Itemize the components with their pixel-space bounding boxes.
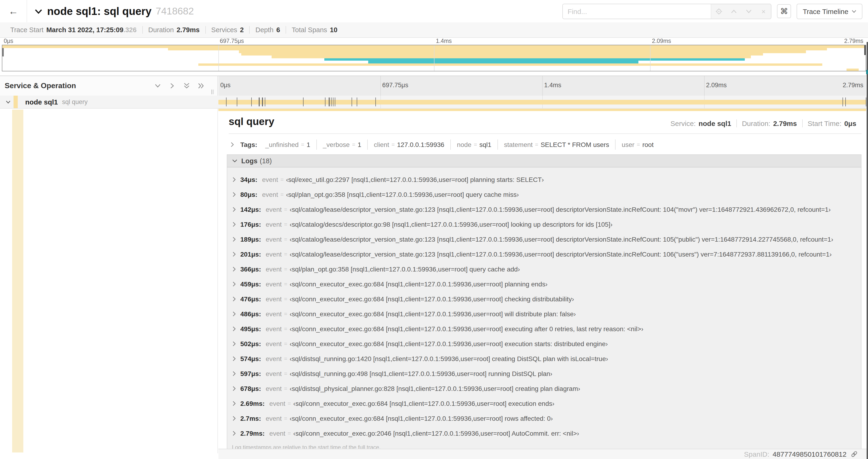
minimap-canvas[interactable] [2, 45, 866, 71]
column-resizer-grip[interactable] [211, 90, 214, 94]
log-equals: = [284, 325, 287, 332]
trace-start-fraction: .326 [123, 26, 136, 34]
log-entry[interactable]: 597μs: event = ‹sql/distsql_running.go:4… [227, 366, 861, 381]
log-entry[interactable]: 502μs: event = ‹sql/conn_executor_exec.g… [227, 336, 861, 351]
log-entry[interactable]: 574μs: event = ‹sql/distsql_running.go:1… [227, 351, 861, 366]
log-field-key: event [266, 385, 282, 392]
log-entry[interactable]: 142μs: event = ‹sql/catalog/lease/descri… [227, 202, 861, 217]
log-equals: = [284, 266, 287, 272]
grid-line [218, 45, 219, 71]
log-entry[interactable]: 486μs: event = ‹sql/conn_executor_exec.g… [227, 306, 861, 321]
log-marker [333, 97, 333, 106]
span-detail-header: sql query Service: node sql1 Duration: 2… [229, 111, 862, 132]
trace-view-selector-button[interactable]: Trace Timeline [797, 3, 862, 19]
next-match-icon[interactable] [745, 7, 752, 15]
span-collapse-chevron-icon[interactable] [6, 100, 11, 104]
log-entry[interactable]: 2.79ms: event = ‹sql/conn_executor_exec.… [227, 426, 861, 440]
log-field-value: ‹sql/conn_executor_exec.go:684 [nsql1,cl… [289, 310, 576, 318]
log-entry[interactable]: 34μs: event = ‹sql/exec_util.go:2297 [ns… [227, 172, 861, 187]
log-field-value: ‹sql/catalog/lease/descriptor_version_st… [289, 250, 832, 258]
tags-row[interactable]: Tags: _unfinished = 1 _verbose = 1 [229, 139, 862, 150]
log-timestamp: 201μs: [240, 250, 261, 258]
collapse-one-icon[interactable] [154, 82, 161, 90]
top-bar: ← node sql1: sql query 7418682 × ⌘ [0, 0, 868, 23]
collapse-all-icon[interactable] [183, 82, 190, 90]
tag-key: _verbose [323, 139, 350, 150]
log-entry[interactable]: 176μs: event = ‹sql/catalog/descs/descri… [227, 217, 861, 232]
panel-divider [217, 109, 218, 453]
time-tick-label: 697.75μs [382, 81, 408, 89]
log-entry[interactable]: 678μs: event = ‹sql/distsql_physical_pla… [227, 381, 861, 396]
log-expand-chevron-icon [232, 191, 237, 198]
minimap-left-scrub-handle[interactable] [2, 48, 4, 57]
span-row-name-cell[interactable]: node sql1 sql query [0, 96, 217, 108]
prev-match-icon[interactable] [730, 7, 737, 15]
log-field-key: event [266, 280, 282, 288]
time-tick-label: 2.79ms [843, 81, 863, 89]
back-button[interactable]: ← [0, 0, 27, 22]
log-entry[interactable]: 2.69ms: event = ‹sql/conn_executor_exec.… [227, 396, 861, 411]
log-expand-chevron-icon [232, 355, 237, 362]
tag-equals: = [352, 139, 355, 150]
log-entry[interactable]: 495μs: event = ‹sql/conn_executor_exec.g… [227, 321, 861, 336]
keyboard-shortcuts-button[interactable]: ⌘ [777, 4, 791, 18]
deep-link-icon[interactable] [851, 451, 858, 458]
tag-item: statement = SELECT * FROM users [497, 139, 615, 150]
log-marker [237, 97, 237, 106]
log-field-value: ‹sql/catalog/lease/descriptor_version_st… [289, 235, 833, 243]
log-timestamp: 574μs: [240, 355, 261, 362]
log-expand-chevron-icon [232, 370, 237, 377]
span-detail-title: sql query [229, 116, 274, 128]
span-meta-label: Duration: [742, 119, 771, 127]
log-field-key: event [262, 191, 278, 198]
log-field-value: ‹sql/conn_executor_exec.go:684 [nsql1,cl… [293, 399, 554, 407]
find-input[interactable] [563, 4, 711, 19]
services-label: Services [211, 26, 237, 34]
minimap-right-scrub-handle[interactable] [864, 45, 866, 55]
log-equals: = [284, 415, 287, 421]
column-splitter[interactable] [217, 76, 218, 96]
trace-collapse-chevron-icon[interactable] [34, 8, 42, 14]
logs-block: Logs (18) Log timestamps are relative to… [227, 154, 862, 453]
log-timestamp: 2.79ms: [240, 429, 265, 437]
log-field-key: event [266, 250, 282, 258]
log-equals: = [284, 310, 287, 317]
logs-header[interactable]: Logs (18) [227, 154, 862, 167]
expand-all-icon[interactable] [197, 82, 205, 90]
log-field-key: event [266, 220, 282, 228]
log-expand-chevron-icon [232, 340, 237, 347]
tags-expand-chevron-icon[interactable] [229, 141, 236, 148]
scrollbar-thumb[interactable] [867, 42, 868, 459]
match-scope-icon[interactable] [715, 7, 722, 15]
expand-one-icon[interactable] [168, 82, 176, 90]
log-entry[interactable]: 2.7ms: event = ‹sql/conn_executor_exec.g… [227, 411, 861, 426]
time-tick-label: 697.75μs [220, 38, 244, 44]
log-entry[interactable]: 201μs: event = ‹sql/catalog/lease/descri… [227, 247, 861, 261]
window-scrollbar[interactable] [866, 42, 868, 459]
log-entry[interactable]: 189μs: event = ‹sql/catalog/lease/descri… [227, 232, 861, 247]
span-color-bar [13, 96, 18, 108]
minimap-span-bar [168, 48, 827, 51]
tag-key: _unfinished [265, 139, 299, 150]
log-entry[interactable]: 476μs: event = ‹sql/conn_executor_exec.g… [227, 291, 861, 306]
log-equals: = [284, 296, 287, 302]
tag-value: 127.0.0.1:59936 [397, 139, 444, 150]
log-entry[interactable]: 366μs: event = ‹sql/plan_opt.go:358 [nsq… [227, 261, 861, 276]
span-meta-item: Duration: 2.79ms [736, 119, 802, 127]
span-detail-meta: Service: node sql1 Duration: 2.79ms Star… [665, 119, 862, 127]
span-detail-region: sql query Service: node sql1 Duration: 2… [0, 109, 868, 459]
chevron-down-icon [852, 9, 856, 13]
time-tick-label: 0μs [4, 38, 13, 44]
duration-label: Duration [148, 26, 174, 34]
trace-start-label: Trace Start [10, 26, 43, 34]
span-service-name: node sql1 [25, 98, 58, 106]
log-entry[interactable]: 80μs: event = ‹sql/plan_opt.go:358 [nsql… [227, 187, 861, 202]
log-expand-chevron-icon [232, 429, 237, 437]
tag-item: _unfinished = 1 [259, 139, 316, 150]
log-entry[interactable]: 459μs: event = ‹sql/conn_executor_exec.g… [227, 276, 861, 291]
log-field-value: ‹sql/distsql_running.go:1420 [nsql1,clie… [289, 355, 608, 362]
span-meta-item: Start Time: 0μs [802, 119, 862, 127]
logs-collapse-chevron-icon [231, 157, 239, 164]
total-spans-value: 10 [330, 26, 337, 34]
clear-find-icon[interactable]: × [760, 7, 767, 15]
